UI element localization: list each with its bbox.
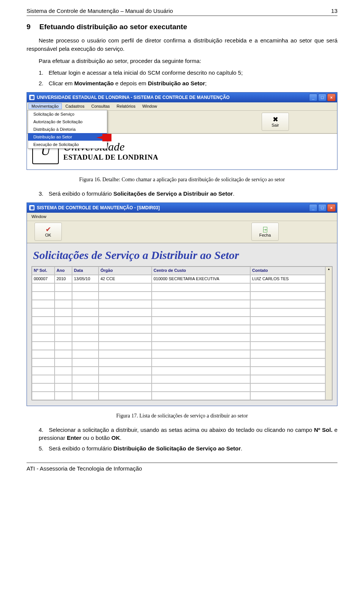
table-row[interactable] (32, 350, 325, 358)
table-row[interactable] (32, 392, 325, 400)
step-2: 2. Clicar em Movimentação e depois em Di… (39, 79, 337, 88)
section-number: 9 (27, 23, 31, 31)
table-row[interactable] (32, 308, 325, 317)
menu-item-dist-setor[interactable]: Distribuição ao Setor (28, 133, 107, 141)
fecha-button[interactable]: ⍈ Fecha (251, 223, 279, 241)
steps-list-a: 1. Efetuar login e acessar a tela inicia… (39, 69, 337, 88)
cell-ano: 2010 (55, 275, 72, 283)
table-row[interactable] (32, 325, 325, 333)
minimize-button[interactable]: _ (309, 94, 317, 101)
intro-paragraph-1: Neste processo o usuário com perfil de d… (27, 36, 337, 53)
app-window-2: ▦ SISTEMA DE CONTROLE DE MANUTENÇÃO - [S… (27, 202, 337, 406)
dropdown-movimentacao: Solicitação de Serviço Autorização de So… (28, 110, 107, 149)
steps-list-c: 4. Selecionar a solicitação a distribuir… (39, 426, 337, 453)
page-footer: ATI - Assessoria de Tecnologia de Inform… (27, 463, 337, 472)
menu-movimentacao[interactable]: Movimentação Solicitação de Serviço Auto… (28, 103, 62, 109)
arrow-icon (96, 134, 111, 141)
menubar: Movimentação Solicitação de Serviço Auto… (27, 102, 337, 111)
table-row[interactable] (32, 358, 325, 367)
menu-item-solicitacao[interactable]: Solicitação de Serviço (28, 110, 107, 118)
form-title: Solicitações de Serviço a Distribuir ao … (33, 249, 333, 262)
sair-button[interactable]: ✖ Sair (262, 113, 289, 131)
table-row[interactable] (32, 292, 325, 300)
menu-cadastros[interactable]: Cadastros (63, 103, 88, 109)
col-header-sol: Nº Sol. (32, 267, 55, 275)
page-number: 13 (331, 8, 337, 14)
table-row[interactable] (32, 300, 325, 308)
intro-paragraph-2: Para efetuar a distribuição ao setor, pr… (27, 57, 337, 65)
table-row[interactable] (32, 375, 325, 383)
app-icon: ▦ (29, 205, 35, 210)
col-header-data: Data (72, 267, 99, 275)
ok-button[interactable]: ✔ OK (35, 223, 62, 241)
figure-16: ▦ UNIVERSIDADE ESTADUAL DE LONDRINA - SI… (27, 92, 337, 170)
col-header-cc: Centro de Custo (152, 267, 250, 275)
footer-text: ATI - Assessoria de Tecnologia de Inform… (27, 465, 142, 472)
titlebar: ▦ UNIVERSIDADE ESTADUAL DE LONDRINA - SI… (27, 93, 337, 102)
menu-item-execucao[interactable]: Execução de Solicitação (28, 141, 107, 148)
step-1: 1. Efetuar login e acessar a tela inicia… (39, 69, 337, 77)
menu-item-dist-diretoria[interactable]: Distribuição à Diretoria (28, 126, 107, 133)
table-row[interactable]: 000007 2010 13/05/10 42 CCE 010000 SECRE… (32, 275, 325, 283)
col-header-contato: Contato (250, 267, 325, 275)
steps-list-b: 3. Será exibido o formulário Solicitaçõe… (39, 190, 337, 198)
vertical-scrollbar[interactable]: ▴ (325, 267, 332, 400)
col-header-ano: Ano (55, 267, 72, 275)
page-header: Sistema de Controle de Manutenção – Manu… (27, 8, 337, 16)
cell-data: 13/05/10 (72, 275, 99, 283)
window-title: UNIVERSIDADE ESTADUAL DE LONDRINA - SIST… (37, 95, 230, 100)
table-row[interactable] (32, 283, 325, 292)
menu-window-2[interactable]: Window (28, 213, 49, 220)
table-row[interactable] (32, 317, 325, 325)
cell-orgao: 42 CCE (99, 275, 152, 283)
menu-window[interactable]: Window (139, 103, 160, 109)
step-4: 4. Selecionar a solicitação a distribuir… (39, 426, 337, 442)
figure-16-caption: Figura 16. Detalhe: Como chamar a aplica… (27, 177, 337, 183)
titlebar-2: ▦ SISTEMA DE CONTROLE DE MANUTENÇÃO - [S… (27, 203, 337, 213)
col-header-orgao: Órgão (99, 267, 152, 275)
form-area: Solicitações de Serviço a Distribuir ao … (27, 243, 337, 406)
section-title-text: Efetuando distribuição ao setor executan… (39, 23, 187, 31)
grid-header: Nº Sol. Ano Data Órgão Centro de Custo C… (32, 267, 325, 275)
doc-title: Sistema de Controle de Manutenção – Manu… (27, 8, 173, 14)
menu-item-autorizacao[interactable]: Autorização de Solicitação (28, 118, 107, 126)
step-3: 3. Será exibido o formulário Solicitaçõe… (39, 190, 337, 198)
maximize-button[interactable]: □ (318, 94, 326, 101)
check-icon: ✔ (46, 226, 51, 233)
table-row[interactable] (32, 333, 325, 342)
minimize-button[interactable]: _ (309, 204, 317, 212)
door-icon: ⍈ (263, 226, 267, 233)
table-row[interactable] (32, 383, 325, 392)
cell-cc: 010000 SECRETARIA EXECUTIVA (152, 275, 250, 283)
window-title-2: SISTEMA DE CONTROLE DE MANUTENÇÃO - [SMD… (37, 205, 160, 210)
cell-sol[interactable]: 000007 (32, 275, 55, 283)
data-grid: Nº Sol. Ano Data Órgão Centro de Custo C… (31, 266, 333, 400)
section-heading: 9 Efetuando distribuição ao setor execut… (27, 23, 337, 31)
app-window-1: ▦ UNIVERSIDADE ESTADUAL DE LONDRINA - SI… (27, 92, 337, 170)
table-row[interactable] (32, 342, 325, 350)
maximize-button[interactable]: □ (318, 204, 326, 212)
cell-contato: LUIZ CARLOS TES (250, 275, 325, 283)
close-button[interactable]: × (327, 204, 336, 212)
toolbar-2: ✔ OK ⍈ Fecha (27, 221, 337, 243)
exit-icon: ✖ (273, 116, 278, 123)
app-icon: ▦ (29, 95, 35, 100)
close-button[interactable]: × (327, 94, 336, 101)
table-row[interactable] (32, 367, 325, 375)
step-5: 5. Será exibido o formulário Distribuiçã… (39, 444, 337, 453)
menubar-2: Window (27, 213, 337, 221)
menu-relatorios[interactable]: Relatórios (114, 103, 139, 109)
menu-consultas[interactable]: Consultas (88, 103, 113, 109)
figure-17: ▦ SISTEMA DE CONTROLE DE MANUTENÇÃO - [S… (27, 202, 337, 406)
figure-17-caption: Figura 17. Lista de solicitações de serv… (27, 413, 337, 419)
